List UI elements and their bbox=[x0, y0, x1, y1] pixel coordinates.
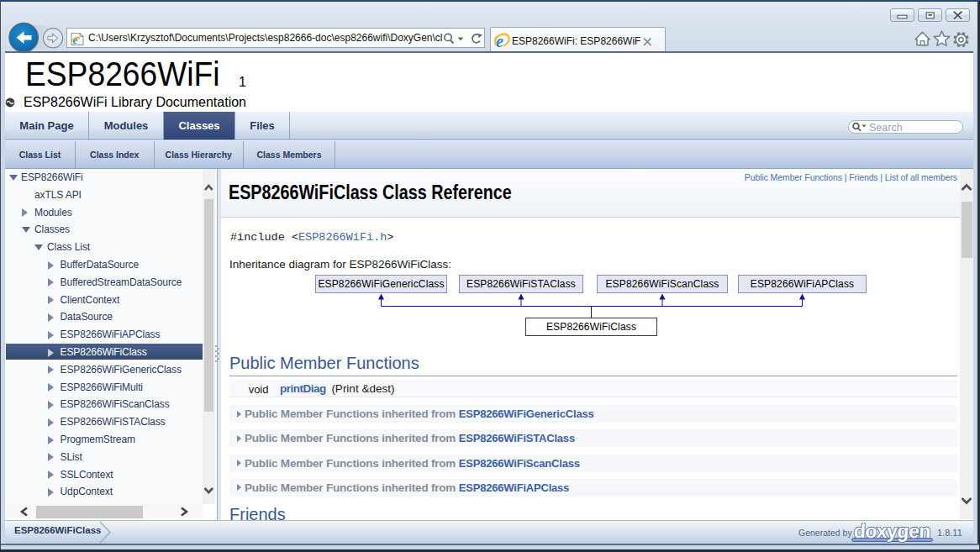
svg-text:doxygen: doxygen bbox=[853, 521, 930, 541]
